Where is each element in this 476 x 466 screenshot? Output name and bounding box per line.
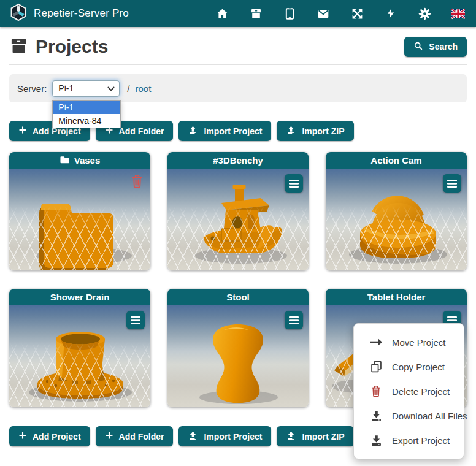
project-card-vases: Vases [9, 152, 150, 270]
project-card-shower-drain: Shower Drain [9, 289, 150, 407]
add-project-button[interactable]: Add Project [9, 426, 90, 446]
card-header: Shower Drain [9, 289, 150, 305]
menu-item-delete-project[interactable]: Delete Project [354, 379, 464, 403]
breadcrumb-separator: / [127, 83, 129, 94]
project-preview-shower-drain[interactable] [9, 305, 150, 407]
server-option-pi1[interactable]: Pi-1 [53, 101, 120, 114]
project-card-action-cam: Action Cam [326, 152, 467, 270]
card-title: Action Cam [370, 155, 421, 166]
card-header: Vases [9, 152, 150, 169]
plus-icon [105, 431, 113, 441]
card-menu-icon[interactable] [443, 174, 461, 193]
gear-icon[interactable] [418, 7, 431, 20]
search-icon [413, 41, 423, 53]
uk-flag-icon[interactable] [451, 7, 465, 20]
menu-item-move-project[interactable]: Move Project [354, 330, 464, 354]
navbar-icon-group [215, 7, 465, 20]
header-divider [9, 64, 467, 65]
menu-item-download-all-files[interactable]: Download All Files [354, 403, 464, 428]
upload-icon [286, 430, 296, 443]
card-header: #3DBenchy [167, 152, 309, 169]
card-title: Tablet Holder [367, 292, 426, 302]
bolt-icon[interactable] [384, 7, 397, 20]
card-title: Shower Drain [50, 292, 110, 302]
plus-icon [18, 431, 27, 441]
card-menu-icon[interactable] [285, 174, 303, 193]
folder-icon [60, 155, 70, 166]
project-preview-stool[interactable] [167, 305, 309, 407]
import-project-button[interactable]: Import Project [178, 426, 271, 446]
import-project-button[interactable]: Import Project [178, 121, 271, 141]
project-preview-action-cam[interactable] [326, 169, 467, 270]
upload-icon [188, 430, 198, 443]
project-card-3dbenchy: #3DBenchy [167, 152, 309, 270]
upload-icon [188, 125, 198, 137]
tablet-icon[interactable] [283, 7, 296, 20]
expand-arrows-icon[interactable] [350, 7, 364, 20]
delete-trash-icon [369, 384, 383, 398]
projects-box-icon[interactable] [249, 7, 263, 20]
add-folder-button[interactable]: Add Folder [96, 426, 174, 446]
brand-link[interactable]: Repetier-Server Pro [9, 3, 129, 24]
project-card-stool: Stool [167, 289, 309, 407]
move-icon [369, 335, 383, 349]
page-title: Projects [36, 36, 108, 57]
search-button-label: Search [429, 42, 458, 52]
card-title: #3DBenchy [213, 155, 263, 166]
download-icon [369, 409, 383, 422]
server-label: Server: [17, 83, 47, 94]
chevron-down-icon [107, 83, 115, 93]
card-title: Stool [226, 292, 250, 302]
menu-item-export-project[interactable]: Export Project [354, 428, 464, 453]
upload-icon [286, 125, 296, 137]
repetier-logo-icon [9, 3, 28, 24]
export-download-icon [369, 434, 383, 447]
top-navbar: Repetier-Server Pro [0, 0, 476, 27]
card-menu-icon[interactable] [285, 311, 303, 329]
messages-icon[interactable] [317, 7, 330, 20]
breadcrumb-root-link[interactable]: root [136, 83, 152, 94]
project-preview-3dbenchy[interactable] [167, 169, 309, 270]
server-select-value: Pi-1 [58, 83, 74, 93]
card-header: Tablet Holder [326, 289, 467, 305]
plus-icon [18, 126, 27, 136]
import-zip-button[interactable]: Import ZIP [277, 121, 353, 141]
menu-item-copy-project[interactable]: Copy Project [354, 354, 464, 379]
server-select[interactable]: Pi-1 [52, 80, 120, 97]
server-dropdown-list: Pi-1 Minerva-84 [52, 100, 121, 128]
card-header: Stool [167, 289, 309, 305]
server-bar: Server: Pi-1 Pi-1 Minerva-84 / root [9, 74, 467, 102]
search-button[interactable]: Search [404, 37, 467, 57]
project-context-menu: Move Project Copy Project Delete Project [353, 323, 464, 459]
card-menu-icon[interactable] [126, 311, 145, 329]
server-select-wrap: Pi-1 Pi-1 Minerva-84 [52, 80, 120, 97]
home-icon[interactable] [215, 7, 229, 20]
card-title: Vases [74, 155, 101, 166]
trash-icon[interactable] [129, 174, 144, 189]
card-header: Action Cam [326, 152, 467, 169]
page-header: Projects Search [9, 33, 467, 60]
import-zip-button[interactable]: Import ZIP [277, 426, 353, 446]
copy-icon [369, 360, 383, 373]
projects-box-title-icon [9, 36, 28, 58]
brand-title: Repetier-Server Pro [34, 7, 129, 20]
project-preview-vases[interactable] [9, 169, 150, 270]
server-option-minerva84[interactable]: Minerva-84 [53, 114, 120, 128]
